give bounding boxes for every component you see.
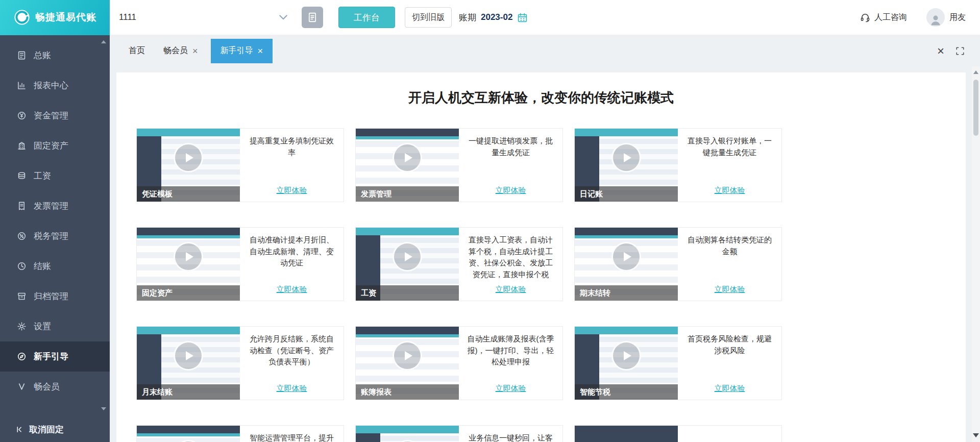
video-label: 智能节税 [575, 384, 678, 400]
play-button[interactable] [174, 143, 203, 173]
invoice-icon [17, 201, 27, 211]
try-now-link[interactable]: 立即体验 [496, 384, 526, 394]
video-thumbnail[interactable]: 期末结转 [575, 228, 678, 301]
tab-bar: 首页 畅会员 × 新手引导 × × [110, 35, 980, 66]
sidebar-item-invoice[interactable]: 发票管理 [0, 191, 110, 221]
play-button[interactable] [174, 341, 203, 371]
play-icon [624, 252, 631, 261]
play-button[interactable] [611, 143, 641, 173]
brand-logo-icon [13, 9, 31, 26]
clipboard-button[interactable] [302, 7, 323, 28]
tab-label: 畅会员 [163, 45, 188, 56]
card-text: 业务信息一键秒回，让客 立即体验 [459, 426, 562, 442]
user-menu[interactable]: 用友 [926, 8, 966, 27]
sidebar-item-member[interactable]: 畅会员 [0, 372, 110, 402]
fixed-assets-icon [17, 141, 27, 151]
fullscreen-icon[interactable] [955, 46, 965, 56]
try-now-link[interactable]: 立即体验 [496, 186, 526, 195]
sidebar-scroll-up-arrow[interactable] [101, 40, 106, 43]
scrollbar-thumb[interactable] [973, 80, 978, 136]
video-label: 日记账 [575, 186, 678, 202]
try-now-link[interactable]: 立即体验 [277, 186, 307, 195]
sidebar-scroll-down-arrow[interactable] [101, 407, 106, 410]
salary-icon [17, 171, 27, 181]
sidebar-item-archive[interactable]: 归档管理 [0, 281, 110, 311]
tab-home[interactable]: 首页 [123, 39, 151, 63]
sidebar-item-fixed-assets[interactable]: 固定资产 [0, 131, 110, 161]
sidebar-item-general-ledger[interactable]: 总账 [0, 40, 110, 70]
scroll-up-arrow[interactable] [973, 70, 978, 74]
period-value[interactable]: 2023-02 [481, 12, 512, 22]
card-salary: 工资 直接导入工资表，自动计算个税，自动生成计提工资、社保公积金、发放工资凭证，… [355, 227, 563, 301]
card-description: 自动准确计提本月折旧、自动生成新增、清理、变动凭证 [247, 234, 337, 283]
video-thumbnail[interactable]: 日记账 [575, 129, 678, 202]
try-now-link[interactable]: 立即体验 [277, 285, 307, 294]
sidebar-spacer [0, 402, 110, 416]
video-thumbnail[interactable]: 账簿报表 [356, 327, 459, 400]
collapse-left-icon [15, 425, 24, 434]
sidebar-item-label: 报表中心 [34, 80, 68, 91]
card-journal: 日记账 直接导入银行对账单，一键批量生成凭证 立即体验 [574, 128, 782, 202]
sidebar-item-funds[interactable]: 资金管理 [0, 101, 110, 131]
funds-icon [17, 111, 27, 120]
card-ledger-reports: 账簿报表 自动生成账簿及报表(含季报)，一键打印、导出，轻松处理申报 立即体验 [355, 326, 563, 400]
sidebar-item-label: 归档管理 [34, 290, 68, 302]
video-thumbnail[interactable]: 工资 [356, 228, 459, 301]
tab-close-icon[interactable]: × [192, 46, 198, 56]
sidebar-item-report-center[interactable]: 报表中心 [0, 70, 110, 101]
try-now-link[interactable]: 立即体验 [496, 285, 526, 294]
tab-member[interactable]: 畅会员 × [158, 39, 204, 63]
chevron-down-icon [279, 15, 287, 20]
page-title: 开启人机交互新体验，改变你的传统记账模式 [116, 89, 966, 107]
try-now-link[interactable]: 立即体验 [715, 285, 745, 294]
try-now-link[interactable]: 立即体验 [277, 384, 307, 394]
calendar-icon[interactable] [517, 12, 528, 23]
accounting-period: 账期 2023-02 [459, 12, 528, 23]
play-button[interactable] [174, 242, 203, 272]
video-thumbnail[interactable]: 智能节税 [575, 327, 678, 400]
top-bar: 畅捷通易代账 1111 工作台 切到旧版 账期 2023-02 人工咨询 用友 [0, 0, 980, 35]
play-button[interactable] [393, 341, 422, 371]
play-button[interactable] [174, 440, 203, 442]
sidebar-item-guide[interactable]: 新手引导 [0, 341, 110, 372]
try-now-link[interactable]: 立即体验 [715, 384, 745, 394]
video-thumbnail[interactable]: 发票管理 [356, 129, 459, 202]
play-button[interactable] [393, 242, 422, 272]
sidebar-item-closing[interactable]: 结账 [0, 251, 110, 281]
scroll-down-arrow[interactable] [973, 433, 979, 437]
play-button[interactable] [611, 341, 641, 371]
video-label: 凭证模板 [137, 186, 240, 202]
play-button[interactable] [611, 242, 641, 272]
video-label: 月末结账 [137, 384, 240, 400]
sidebar-item-label: 固定资产 [34, 140, 68, 152]
workbench-button[interactable]: 工作台 [338, 7, 395, 28]
switch-old-version-button[interactable]: 切到旧版 [405, 7, 452, 28]
video-thumbnail[interactable]: 月末结账 [137, 327, 240, 400]
member-icon [17, 382, 27, 391]
try-now-link[interactable]: 立即体验 [715, 186, 745, 195]
support-button[interactable]: 人工咨询 [860, 12, 907, 23]
video-thumbnail[interactable] [575, 426, 678, 442]
sidebar-item-label: 税务管理 [34, 230, 68, 242]
video-thumbnail[interactable] [356, 426, 459, 442]
card-text: 提高重复业务填制凭证效率 立即体验 [240, 129, 344, 202]
card-description: 智能运营管理平台，提升 [250, 432, 334, 442]
play-button[interactable] [393, 143, 422, 173]
play-button[interactable] [393, 440, 422, 442]
video-thumbnail[interactable]: 固定资产 [137, 228, 240, 301]
video-label: 工资 [356, 285, 459, 301]
tab-guide[interactable]: 新手引导 × [211, 39, 273, 63]
unpin-sidebar-button[interactable]: 取消固定 [0, 416, 110, 442]
close-icon[interactable]: × [937, 44, 944, 58]
sidebar-item-settings[interactable]: 设置 [0, 311, 110, 341]
main-scrollbar[interactable] [972, 66, 980, 442]
sidebar-item-salary[interactable]: 工资 [0, 161, 110, 191]
play-icon [624, 351, 631, 360]
sidebar-item-tax[interactable]: 税务管理 [0, 221, 110, 251]
card-text: 自动准确计提本月折旧、自动生成新增、清理、变动凭证 立即体验 [240, 228, 344, 301]
video-thumbnail[interactable]: 凭证模板 [137, 129, 240, 202]
tab-close-icon[interactable]: × [258, 46, 263, 56]
video-thumbnail[interactable] [137, 426, 240, 442]
account-select[interactable]: 1111 [119, 7, 287, 28]
archive-icon [17, 291, 27, 301]
